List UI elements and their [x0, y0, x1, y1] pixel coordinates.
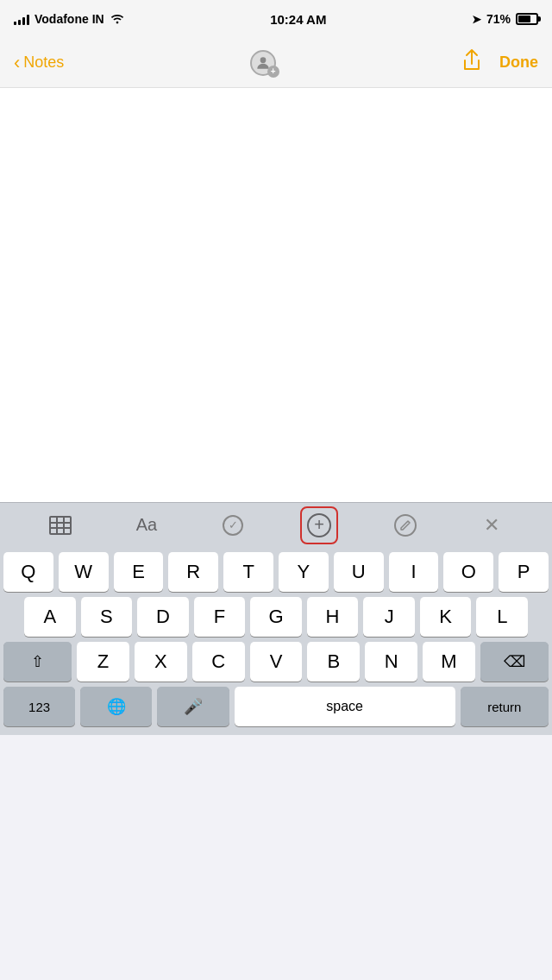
key-F[interactable]: F [194, 597, 246, 637]
check-circle-icon: ✓ [223, 515, 243, 536]
key-row-1: Q W E R T Y U I O P [0, 547, 552, 592]
battery-icon [516, 13, 538, 25]
key-G[interactable]: G [250, 597, 302, 637]
key-O[interactable]: O [443, 552, 493, 592]
markup-button[interactable] [386, 506, 424, 544]
svg-point-0 [260, 57, 266, 63]
chevron-left-icon: ‹ [14, 53, 20, 72]
space-key[interactable]: space [235, 687, 455, 726]
status-left: Vodafone IN [14, 12, 125, 26]
key-P[interactable]: P [499, 552, 549, 592]
key-Z[interactable]: Z [77, 642, 129, 682]
key-I[interactable]: I [389, 552, 439, 592]
key-H[interactable]: H [307, 597, 359, 637]
key-T[interactable]: T [223, 552, 273, 592]
font-button[interactable]: Aa [128, 506, 166, 544]
key-W[interactable]: W [59, 552, 109, 592]
nav-bar: ‹ Notes + Done [0, 38, 552, 88]
key-L[interactable]: L [476, 597, 528, 637]
back-button[interactable]: ‹ Notes [14, 53, 64, 72]
mic-key[interactable]: 🎤 [157, 687, 229, 726]
share-button[interactable] [461, 48, 482, 78]
back-label: Notes [23, 53, 64, 72]
key-E[interactable]: E [114, 552, 164, 592]
battery-pct-label: 71% [486, 12, 511, 26]
key-Q[interactable]: Q [3, 552, 53, 592]
num-key[interactable]: 123 [3, 687, 75, 726]
key-S[interactable]: S [81, 597, 133, 637]
plus-badge-icon: + [267, 66, 279, 78]
nav-right-actions: Done [461, 48, 538, 78]
key-A[interactable]: A [24, 597, 76, 637]
wifi-icon [110, 13, 125, 25]
note-content-area[interactable] [0, 88, 552, 502]
key-row-2: A S D F G H J K L [0, 592, 552, 637]
key-N[interactable]: N [365, 642, 417, 682]
return-key[interactable]: return [461, 687, 549, 726]
backspace-key[interactable]: ⌫ [480, 642, 549, 682]
key-J[interactable]: J [363, 597, 415, 637]
carrier-label: Vodafone IN [34, 12, 104, 26]
key-Y[interactable]: Y [279, 552, 329, 592]
key-row-3: ⇧ Z X C V B N M ⌫ [0, 637, 552, 682]
signal-bars-icon [14, 13, 29, 25]
key-V[interactable]: V [250, 642, 303, 682]
svg-rect-1 [50, 517, 71, 534]
close-keyboard-button[interactable]: ✕ [473, 506, 511, 544]
key-B[interactable]: B [307, 642, 360, 682]
formatting-toolbar: Aa ✓ + ✕ [0, 502, 552, 547]
add-person-button[interactable]: + [247, 47, 279, 79]
key-U[interactable]: U [334, 552, 384, 592]
font-icon: Aa [136, 515, 157, 535]
pen-circle-icon [394, 514, 417, 537]
add-media-button[interactable]: + [300, 506, 338, 544]
close-icon: ✕ [484, 514, 499, 537]
key-X[interactable]: X [135, 642, 187, 682]
status-right: ➤ 71% [472, 12, 538, 26]
shift-key[interactable]: ⇧ [3, 642, 72, 682]
location-icon: ➤ [472, 13, 481, 26]
key-M[interactable]: M [423, 642, 475, 682]
key-row-bottom: 123 🌐 🎤 space return [0, 682, 552, 735]
key-R[interactable]: R [168, 552, 218, 592]
key-K[interactable]: K [420, 597, 472, 637]
keyboard[interactable]: Q W E R T Y U I O P A S D F G H J K L ⇧ … [0, 547, 552, 735]
status-bar: Vodafone IN 10:24 AM ➤ 71% [0, 0, 552, 38]
checklist-button[interactable]: ✓ [214, 506, 252, 544]
globe-key[interactable]: 🌐 [80, 687, 152, 726]
table-button[interactable] [41, 506, 79, 544]
key-D[interactable]: D [137, 597, 189, 637]
plus-circle-icon: + [307, 513, 331, 537]
done-button[interactable]: Done [499, 53, 538, 72]
key-C[interactable]: C [192, 642, 245, 682]
status-time: 10:24 AM [270, 12, 326, 27]
